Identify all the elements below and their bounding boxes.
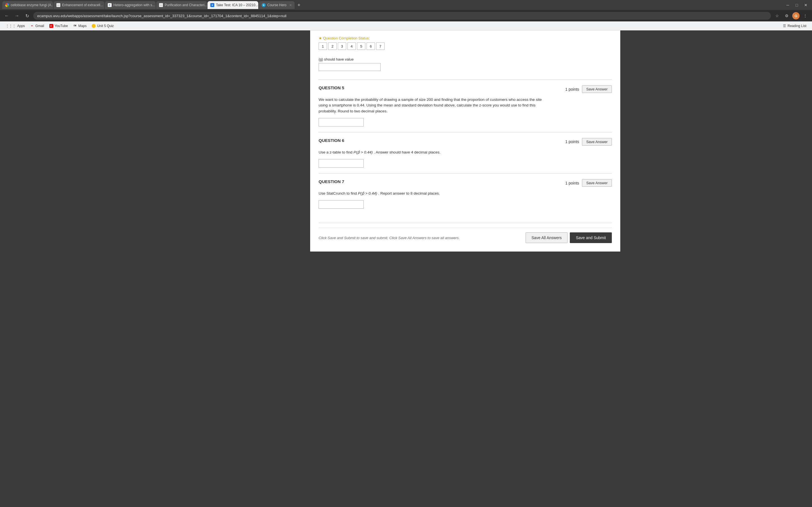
q-num-6[interactable]: 6: [366, 43, 375, 50]
q6-points: 1 points: [565, 139, 579, 144]
q7-text-prefix: Use StatCrunch to find: [319, 191, 357, 195]
q7-text-suffix: . Report answer to 8 decimal places.: [378, 191, 440, 195]
question-6-block: QUESTION 6 1 points Save Answer Use a z-…: [319, 132, 612, 173]
minimize-button[interactable]: ─: [784, 1, 792, 9]
q6-text: Use a z-table to find P(p̂ > 0.44) . Ans…: [319, 150, 544, 155]
maps-label: Maps: [79, 24, 87, 28]
address-bar: ← → ↻ ☆ ⚙ G ⋮: [0, 10, 812, 21]
quiz-icon: [92, 24, 96, 28]
q-num-1[interactable]: 1: [319, 43, 327, 50]
tab-6[interactable]: ★ Course Hero ✕: [259, 1, 295, 9]
bookmarks-bar: ⋮⋮⋮ Apps M Gmail ▶ YouTube 🗺 Maps Unit 5…: [0, 21, 812, 31]
q5-meta: 1 points Save Answer: [565, 86, 612, 93]
bottom-divider: [319, 223, 612, 223]
tab-5-favicon: ★: [210, 3, 214, 7]
q-num-4[interactable]: 4: [347, 43, 356, 50]
q-num-2[interactable]: 2: [328, 43, 337, 50]
question-numbers: 1 2 3 4 5 6 7: [319, 43, 612, 50]
prev-answer-area: (g) should have value: [319, 54, 612, 74]
tab-1[interactable]: cellobiase enzyme fungi (A... ✕: [2, 1, 53, 9]
gmail-label: Gmail: [35, 24, 44, 28]
reading-list-button[interactable]: ☰ Reading List: [781, 23, 809, 29]
q5-save-button[interactable]: Save Answer: [582, 86, 612, 93]
q7-answer-input[interactable]: [319, 200, 364, 209]
tab-6-close[interactable]: ✕: [288, 3, 292, 7]
question-5-block: QUESTION 5 1 points Save Answer We want …: [319, 79, 612, 132]
tab-1-label: cellobiase enzyme fungi (A...: [11, 3, 53, 7]
prev-answer-label: (g) should have value: [319, 57, 612, 61]
q6-text-prefix: Use a z-table to find: [319, 150, 352, 154]
tab-6-favicon: ★: [262, 3, 266, 7]
assessment-container: ★ Question Completion Status: 1 2 3 4 5 …: [310, 31, 620, 251]
youtube-label: YouTube: [55, 24, 68, 28]
q6-text-suffix: . Answer should have 4 decimal places.: [374, 150, 441, 154]
completion-status-text: Question Completion Status:: [323, 36, 370, 40]
browser-icons: ☆ ⚙ G ⋮: [773, 12, 809, 20]
q7-math-formula: P(p̂ > 0.44): [358, 191, 377, 195]
tab-3-favicon: E: [108, 3, 112, 7]
quiz-label: Unit 5 Quiz: [97, 24, 114, 28]
profile-button[interactable]: G: [792, 12, 800, 19]
q7-points: 1 points: [565, 181, 579, 185]
back-button[interactable]: ←: [3, 12, 11, 20]
tab-5-label: Take Test: ICA 10 – 20210...: [216, 3, 258, 7]
refresh-button[interactable]: ↻: [23, 12, 31, 20]
tab-1-favicon: [5, 3, 9, 7]
tab-3[interactable]: E Hetero-aggregation with s... ✕: [105, 1, 156, 9]
tab-4-favicon: —: [159, 3, 163, 7]
tab-2[interactable]: — Enhancement of extracell... ✕: [54, 1, 104, 9]
q-num-7[interactable]: 7: [376, 43, 385, 50]
apps-icon: ⋮⋮⋮: [6, 24, 16, 28]
tab-2-favicon: —: [56, 3, 60, 7]
bookmark-quiz[interactable]: Unit 5 Quiz: [89, 23, 116, 29]
reading-list-icon: ☰: [783, 24, 786, 28]
q6-answer-input[interactable]: [319, 159, 364, 168]
question-7-block: QUESTION 7 1 points Save Answer Use Stat…: [319, 173, 612, 214]
gmail-icon: M: [30, 24, 34, 28]
close-window-button[interactable]: ✕: [802, 1, 810, 9]
q7-header: QUESTION 7 1 points Save Answer: [319, 179, 612, 187]
tab-5[interactable]: ★ Take Test: ICA 10 – 20210... ✕: [207, 1, 258, 9]
q-num-3[interactable]: 3: [338, 43, 346, 50]
youtube-icon: ▶: [49, 24, 53, 28]
page-content: ★ Question Completion Status: 1 2 3 4 5 …: [0, 31, 812, 507]
q6-math-formula: P(p̂ > 0.44): [354, 150, 373, 154]
apps-label: Apps: [17, 24, 25, 28]
q7-save-button[interactable]: Save Answer: [582, 179, 612, 187]
new-tab-button[interactable]: +: [295, 2, 303, 8]
url-input[interactable]: [33, 12, 771, 20]
q5-header: QUESTION 5 1 points Save Answer: [319, 86, 612, 93]
maximize-button[interactable]: □: [793, 1, 801, 9]
browser-frame: cellobiase enzyme fungi (A... ✕ — Enhanc…: [0, 0, 812, 31]
bookmark-star-button[interactable]: ☆: [773, 12, 781, 20]
menu-button[interactable]: ⋮: [801, 12, 809, 20]
tab-6-label: Course Hero: [267, 3, 287, 7]
main-assessment-area: ★ Question Completion Status: 1 2 3 4 5 …: [118, 31, 812, 251]
bookmark-apps[interactable]: ⋮⋮⋮ Apps: [3, 23, 27, 29]
tab-4[interactable]: — Purification and Characteri... ✕: [156, 1, 207, 9]
tab-3-label: Hetero-aggregation with s...: [113, 3, 155, 7]
star-icon: ★: [319, 36, 322, 40]
tab-4-label: Purification and Characteri...: [165, 3, 207, 7]
maps-icon: 🗺: [73, 24, 77, 28]
prev-answer-input[interactable]: [319, 63, 380, 71]
bookmark-gmail[interactable]: M Gmail: [28, 23, 46, 29]
q6-title: QUESTION 6: [319, 138, 344, 143]
q6-save-button[interactable]: Save Answer: [582, 138, 612, 146]
completion-status: ★ Question Completion Status: 1 2 3 4 5 …: [319, 36, 612, 50]
q7-title: QUESTION 7: [319, 179, 344, 184]
save-and-submit-button[interactable]: Save and Submit: [570, 232, 612, 243]
extensions-button[interactable]: ⚙: [783, 12, 791, 20]
bookmark-maps[interactable]: 🗺 Maps: [71, 23, 89, 29]
bookmark-youtube[interactable]: ▶ YouTube: [47, 23, 70, 29]
forward-button[interactable]: →: [13, 12, 21, 20]
footer-buttons: Save All Answers Save and Submit: [525, 232, 612, 243]
layout-wrapper: ★ Question Completion Status: 1 2 3 4 5 …: [0, 31, 812, 251]
q6-header: QUESTION 6 1 points Save Answer: [319, 138, 612, 146]
q-num-5[interactable]: 5: [357, 43, 365, 50]
q5-text: We want to calculate the probability of …: [319, 97, 544, 114]
q7-text: Use StatCrunch to find P(p̂ > 0.44) . Re…: [319, 191, 544, 196]
q5-title: QUESTION 5: [319, 86, 344, 90]
save-all-answers-button[interactable]: Save All Answers: [525, 232, 567, 243]
q5-answer-input[interactable]: [319, 118, 364, 126]
